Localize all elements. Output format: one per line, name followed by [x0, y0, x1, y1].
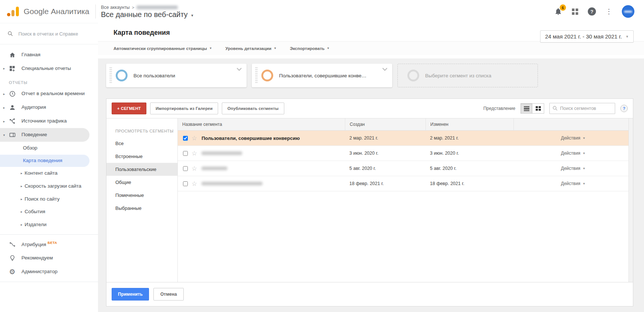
actions-dropdown[interactable]: Действия ▼	[513, 135, 633, 141]
sidebar-item-label: Аудитория	[21, 104, 46, 111]
favorite-star-icon[interactable]: ☆	[191, 165, 197, 172]
favorite-star-icon[interactable]: ☆	[191, 150, 197, 157]
apps-grid-square	[576, 12, 578, 15]
sidebar-item-site-content[interactable]: ▸ Контент сайта	[0, 167, 98, 180]
header-help-icon[interactable]: ?	[588, 7, 596, 16]
sidebar-search-input[interactable]	[18, 31, 91, 37]
beta-badge: БЕТА	[48, 241, 57, 245]
table-row[interactable]: ☆ 3 июн. 2020 г. 3 июн. 2020 г. Действия…	[178, 146, 633, 161]
drag-handle-icon[interactable]	[255, 67, 258, 84]
segment-search-input[interactable]	[549, 103, 615, 114]
chevron-down-icon[interactable]	[236, 67, 242, 71]
favorite-star-icon[interactable]: ☆	[191, 134, 197, 142]
header-actions: 6 ? ⋮	[554, 5, 644, 18]
sidebar-item-behavior[interactable]: ▾ Поведение	[0, 128, 89, 142]
view-label: Представление	[483, 106, 515, 111]
filter-item-shared[interactable]: Общие	[106, 176, 177, 189]
detail-level-dropdown[interactable]: Уровень детализации ▼	[226, 46, 277, 51]
table-row[interactable]: ☆ 18 февр. 2021 г. 18 февр. 2021 г. Дейс…	[178, 176, 633, 191]
chevron-right-icon: ▸	[0, 92, 8, 96]
sidebar-item-site-speed[interactable]: ▸ Скорость загрузки сайта	[0, 180, 98, 193]
share-segments-button[interactable]: Опубликовать сегменты	[222, 103, 284, 114]
actions-dropdown[interactable]: Действия ▼	[513, 181, 633, 186]
sidebar-item-attribution[interactable]: АтрибуцияБЕТА	[0, 238, 98, 251]
filter-item-builtin[interactable]: Встроенные	[106, 150, 177, 163]
table-row[interactable]: ☆ Пользователи, совершившие конверсию 2 …	[178, 131, 633, 146]
sidebar-item-audience[interactable]: ▸ Аудитория	[0, 101, 98, 114]
name-cell: ☆ Пользователи, совершившие конверсию	[178, 134, 345, 142]
column-header-modified[interactable]: Изменен	[426, 118, 513, 130]
search-icon	[552, 105, 558, 111]
segment-card-all-users[interactable]: Все пользователи	[106, 64, 247, 87]
sidebar-item-discover[interactable]: Рекомендуем	[0, 251, 98, 265]
date-range-selector[interactable]: 24 мая 2021 г. - 30 мая 2021 г. ▼	[540, 30, 634, 43]
add-segment-button[interactable]: + СЕГМЕНТ	[112, 103, 146, 114]
actions-dropdown[interactable]: Действия ▼	[513, 151, 633, 156]
segment-checkbox[interactable]	[183, 151, 188, 156]
grid-view-button[interactable]	[532, 103, 544, 114]
chevron-down-icon: ▾	[0, 133, 8, 137]
actions-label: Действия	[561, 151, 580, 156]
breadcrumb-all-accounts[interactable]: Все аккаунты	[101, 5, 130, 10]
sidebar-divider	[0, 282, 98, 282]
segment-card-converters[interactable]: Пользователи, совершившие конве…	[252, 64, 392, 87]
sidebar-item-home[interactable]: Главная	[0, 48, 98, 62]
apply-button[interactable]: Применить	[112, 288, 149, 301]
segment-name[interactable]: Пользователи, совершившие конверсию	[201, 135, 300, 141]
table-row[interactable]: ☆ 5 авг. 2020 г. 5 авг. 2020 г. Действия…	[178, 161, 633, 176]
chevron-down-icon: ▼	[626, 35, 629, 38]
property-selector[interactable]: Все данные по веб-сайту ▼	[101, 10, 554, 19]
filter-item-selected[interactable]: Выбранные	[106, 202, 177, 215]
sidebar-item-label: Главная	[21, 52, 40, 58]
sidebar-item-custom-reports[interactable]: ▸ Специальные отчеты	[0, 62, 98, 75]
segment-checkbox[interactable]	[183, 181, 188, 186]
breadcrumb-account-redacted[interactable]	[136, 6, 178, 9]
column-header-created[interactable]: Создан	[345, 118, 426, 130]
account-breadcrumb-block: Все аккаунты > Все данные по веб-сайту ▼	[101, 4, 554, 19]
scrollbar[interactable]	[628, 118, 633, 282]
drag-handle-icon[interactable]	[109, 67, 112, 84]
sidebar-item-publishers[interactable]: ▸ Издатели	[0, 218, 98, 231]
grouping-dropdown-label: Автоматически сгруппированные страницы	[113, 46, 207, 51]
segment-manager-panel: + СЕГМЕНТ Импортировать из Галереи Опубл…	[106, 98, 633, 306]
chevron-down-icon: ▼	[191, 12, 194, 17]
home-icon	[8, 51, 16, 58]
sidebar-item-acquisition[interactable]: ▸ Источники трафика	[0, 114, 98, 128]
logo[interactable]: Google Аналитика	[0, 6, 95, 17]
segment-checkbox[interactable]	[183, 166, 188, 171]
segment-name-redacted[interactable]	[201, 167, 227, 170]
sidebar-item-behavior-overview[interactable]: Обзор	[0, 142, 98, 155]
notification-badge: 6	[560, 4, 566, 11]
overflow-menu-icon[interactable]: ⋮	[606, 8, 612, 15]
apps-grid-icon[interactable]	[572, 9, 578, 15]
list-view-button[interactable]	[521, 103, 532, 114]
sidebar-item-admin[interactable]: ⚙ Администратор	[0, 265, 98, 279]
avatar[interactable]	[622, 5, 634, 18]
sidebar-search[interactable]	[0, 23, 98, 44]
sidebar-item-site-search[interactable]: ▸ Поиск по сайту	[0, 193, 98, 206]
filter-item-custom[interactable]: Пользовательские	[106, 163, 177, 176]
notifications-button[interactable]: 6	[554, 7, 562, 16]
sidebar-item-events[interactable]: ▸ События	[0, 205, 98, 218]
help-icon[interactable]: ?	[620, 105, 628, 112]
favorite-star-icon[interactable]: ☆	[191, 180, 197, 188]
grouping-dropdown[interactable]: Автоматически сгруппированные страницы ▼	[113, 46, 212, 51]
sidebar-item-label: Рекомендуем	[21, 255, 53, 261]
column-header-name[interactable]: Название сегмента	[178, 118, 345, 130]
segment-card-placeholder[interactable]: Выберите сегмент из списка	[397, 64, 538, 87]
export-dropdown[interactable]: Экспортировать ▼	[290, 46, 330, 51]
segment-name-redacted[interactable]	[201, 151, 242, 155]
actions-dropdown[interactable]: Действия ▼	[513, 166, 633, 171]
cancel-button[interactable]: Отмена	[153, 288, 184, 301]
sidebar-item-behavior-flow[interactable]: Карта поведения	[0, 155, 89, 167]
filter-item-all[interactable]: Все	[106, 137, 177, 150]
import-gallery-button[interactable]: Импортировать из Галереи	[150, 103, 218, 114]
segment-checkbox[interactable]	[183, 136, 188, 141]
sidebar-item-label: Скорость загрузки сайта	[25, 183, 82, 189]
traffic-sources-icon	[8, 118, 16, 125]
filter-item-starred[interactable]: Помеченные	[106, 189, 177, 202]
chevron-down-icon[interactable]	[382, 67, 388, 71]
sidebar-item-realtime[interactable]: ▸ Отчет в реальном времени	[0, 87, 98, 101]
segment-name-redacted[interactable]	[201, 182, 262, 185]
sidebar-item-label: Поиск по сайту	[25, 196, 60, 202]
